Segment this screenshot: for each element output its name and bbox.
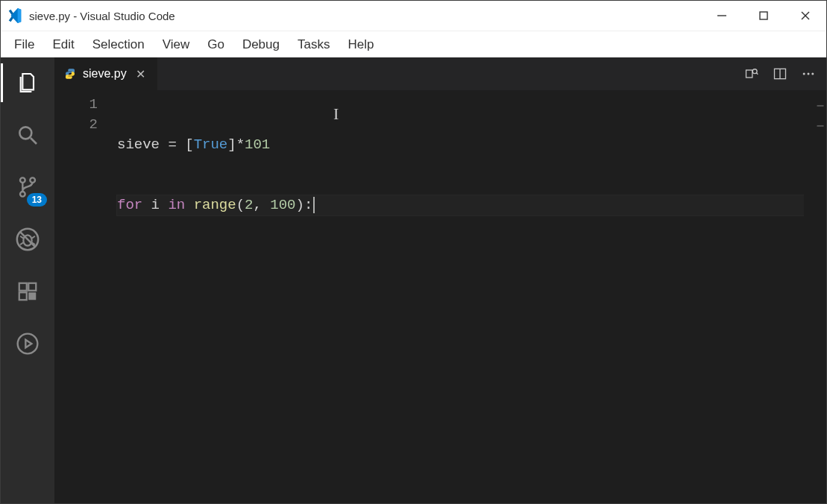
compare-changes-icon[interactable] xyxy=(744,66,759,81)
menu-view[interactable]: View xyxy=(154,34,199,55)
more-actions-icon[interactable] xyxy=(801,66,816,81)
menu-selection[interactable]: Selection xyxy=(84,34,154,55)
code-line[interactable]: sieve = [True]*101 xyxy=(117,135,804,155)
line-number-gutter: 1 2 xyxy=(54,90,117,503)
minimap-content: ▬▬▬▬ xyxy=(817,95,823,135)
activity-explorer[interactable] xyxy=(13,68,43,98)
line-number: 2 xyxy=(54,115,98,135)
activity-live-share[interactable] xyxy=(13,329,43,359)
activity-source-control[interactable]: 13 xyxy=(13,172,43,202)
svg-line-13 xyxy=(32,236,35,239)
svg-point-4 xyxy=(19,127,31,139)
activity-extensions[interactable] xyxy=(13,277,43,306)
window-minimize-button[interactable] xyxy=(701,1,743,31)
code-line[interactable]: for i in range(2, 100): xyxy=(117,195,804,215)
menu-go[interactable]: Go xyxy=(198,34,233,55)
svg-point-28 xyxy=(811,73,814,75)
split-editor-icon[interactable] xyxy=(773,66,787,81)
activity-search[interactable] xyxy=(13,120,43,150)
svg-line-12 xyxy=(20,236,23,239)
python-file-icon xyxy=(63,67,77,81)
files-icon xyxy=(16,71,40,95)
svg-rect-16 xyxy=(19,283,27,291)
vscode-logo-icon xyxy=(7,7,23,24)
menu-edit[interactable]: Edit xyxy=(43,34,83,55)
editor-tabs: sieve.py ✕ xyxy=(54,57,826,90)
extensions-icon xyxy=(16,280,39,303)
svg-point-26 xyxy=(803,73,805,75)
window-titlebar: sieve.py - Visual Studio Code xyxy=(1,1,826,31)
svg-point-27 xyxy=(808,73,810,75)
editor-actions xyxy=(734,57,826,90)
tab-close-button[interactable]: ✕ xyxy=(133,67,148,81)
code-lines[interactable]: sieve = [True]*101 for i in range(2, 100… xyxy=(117,90,804,503)
menubar: File Edit Selection View Go Debug Tasks … xyxy=(1,31,826,57)
window-close-button[interactable] xyxy=(784,1,826,31)
code-editor[interactable]: 1 2 sieve = [True]*101 for i in range(2,… xyxy=(54,90,826,503)
svg-line-14 xyxy=(20,242,23,245)
live-share-icon xyxy=(16,332,40,356)
ibeam-cursor-icon: I xyxy=(333,104,339,124)
window-title: sieve.py - Visual Studio Code xyxy=(29,10,175,22)
text-cursor xyxy=(313,197,315,213)
tab-label: sieve.py xyxy=(83,67,127,81)
menu-debug[interactable]: Debug xyxy=(233,34,289,55)
svg-point-8 xyxy=(20,192,25,197)
svg-rect-21 xyxy=(746,70,752,78)
menu-file[interactable]: File xyxy=(5,34,43,55)
svg-rect-19 xyxy=(28,292,36,300)
window-maximize-button[interactable] xyxy=(743,1,784,31)
tab-sieve-py[interactable]: sieve.py ✕ xyxy=(54,57,158,90)
svg-rect-17 xyxy=(28,283,36,291)
menu-tasks[interactable]: Tasks xyxy=(289,34,339,55)
svg-point-20 xyxy=(18,334,38,354)
svg-point-6 xyxy=(20,177,25,183)
svg-line-23 xyxy=(756,72,758,75)
no-bug-icon xyxy=(15,227,40,252)
minimap[interactable]: ▬▬▬▬ xyxy=(804,90,826,503)
activity-debug[interactable] xyxy=(13,224,43,254)
activity-bar: 13 xyxy=(1,57,54,503)
line-number: 1 xyxy=(54,95,98,115)
tabrow-spacer xyxy=(158,57,734,90)
svg-rect-18 xyxy=(19,292,27,300)
svg-rect-1 xyxy=(760,12,767,19)
editor-group: sieve.py ✕ 1 2 sieve xyxy=(54,57,826,503)
svg-line-11 xyxy=(20,232,35,247)
scm-badge: 13 xyxy=(27,193,47,207)
menu-help[interactable]: Help xyxy=(339,34,383,55)
svg-line-5 xyxy=(31,138,37,144)
svg-point-7 xyxy=(30,177,35,183)
main-area: 13 sieve.py ✕ xyxy=(1,57,826,503)
search-icon xyxy=(16,123,40,147)
